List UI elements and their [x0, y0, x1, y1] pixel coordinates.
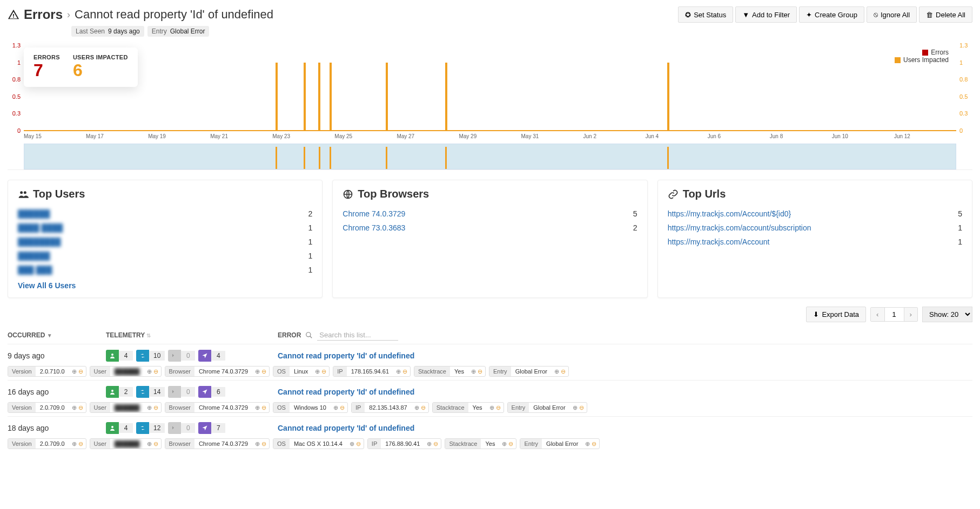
user-row[interactable]: ██████1	[18, 249, 312, 263]
main-chart[interactable]: 1.310.80.50.30 1.310.80.50.30 May 15May …	[8, 42, 972, 139]
tag-add-icon[interactable]: ⊕	[414, 404, 419, 411]
tag-add-icon[interactable]: ⊕	[315, 368, 320, 375]
tag-os[interactable]: OSMac OS X 10.14.4⊕⊖	[273, 438, 364, 449]
next-page-button[interactable]: ›	[904, 308, 917, 321]
tag-remove-icon[interactable]: ⊖	[78, 440, 83, 447]
tag-remove-icon[interactable]: ⊖	[153, 368, 158, 375]
tag-os[interactable]: OSLinux⊕⊖	[273, 366, 330, 377]
add-filter-button[interactable]: ▼Add to Filter	[735, 6, 797, 23]
tag-add-icon[interactable]: ⊕	[350, 440, 354, 447]
tag-entry[interactable]: EntryGlobal Error⊕⊖	[520, 438, 600, 449]
tag-add-icon[interactable]: ⊕	[147, 368, 152, 375]
tag-remove-icon[interactable]: ⊖	[78, 368, 83, 375]
tel-console[interactable]: 0	[168, 386, 195, 398]
browser-row[interactable]: Chrome 74.0.37295	[343, 207, 637, 221]
tag-entry[interactable]: EntryGlobal Error⊕⊖	[489, 366, 569, 377]
tag-remove-icon[interactable]: ⊖	[402, 368, 407, 375]
tag-add-icon[interactable]: ⊕	[255, 368, 260, 375]
tel-user[interactable]: 4	[106, 422, 133, 434]
view-all-users-link[interactable]: View All 6 Users	[18, 281, 76, 290]
tag-remove-icon[interactable]: ⊖	[579, 404, 584, 411]
tel-nav[interactable]: 4	[198, 350, 225, 362]
tel-console[interactable]: 0	[168, 350, 195, 362]
tag-remove-icon[interactable]: ⊖	[261, 368, 266, 375]
tel-network[interactable]: 10	[136, 350, 165, 362]
tel-network[interactable]: 12	[136, 422, 165, 434]
tag-remove-icon[interactable]: ⊖	[153, 440, 158, 447]
tag-remove-icon[interactable]: ⊖	[561, 368, 566, 375]
tag-ip[interactable]: IP176.88.90.41⊕⊖	[367, 438, 442, 449]
show-count-select[interactable]: Show: 20	[922, 307, 972, 322]
tag-remove-icon[interactable]: ⊖	[261, 440, 266, 447]
tag-add-icon[interactable]: ⊕	[72, 440, 77, 447]
tel-nav[interactable]: 6	[198, 386, 225, 398]
tag-remove-icon[interactable]: ⊖	[421, 404, 426, 411]
tag-stacktrace[interactable]: StacktraceYes⊕⊖	[445, 438, 516, 449]
tag-add-icon[interactable]: ⊕	[255, 404, 260, 411]
tel-console[interactable]: 0	[168, 422, 195, 434]
tag-add-icon[interactable]: ⊕	[147, 404, 152, 411]
chart-minimap[interactable]	[24, 144, 956, 169]
delete-all-button[interactable]: 🗑Delete All	[919, 6, 972, 23]
tag-add-icon[interactable]: ⊕	[585, 440, 590, 447]
tag-add-icon[interactable]: ⊕	[502, 440, 507, 447]
url-name[interactable]: https://my.trackjs.com/Account	[668, 237, 770, 246]
search-input[interactable]	[317, 330, 398, 341]
export-button[interactable]: ⬇Export Data	[806, 307, 866, 322]
tag-remove-icon[interactable]: ⊖	[261, 404, 266, 411]
tag-remove-icon[interactable]: ⊖	[433, 440, 438, 447]
tag-add-icon[interactable]: ⊕	[147, 440, 152, 447]
user-name[interactable]: ██████	[18, 209, 50, 218]
tag-version[interactable]: Version2.0.709.0⊕⊖	[8, 438, 86, 449]
col-occurred[interactable]: OCCURRED ▼	[8, 331, 84, 339]
tag-stacktrace[interactable]: StacktraceYes⊕⊖	[432, 402, 504, 413]
tel-user[interactable]: 2	[106, 386, 133, 398]
tel-nav[interactable]: 7	[198, 422, 225, 434]
browser-row[interactable]: Chrome 73.0.36832	[343, 221, 637, 235]
tag-remove-icon[interactable]: ⊖	[478, 368, 482, 375]
tag-remove-icon[interactable]: ⊖	[321, 368, 326, 375]
col-telemetry[interactable]: TELEMETRY ⇅	[106, 331, 256, 339]
tag-remove-icon[interactable]: ⊖	[356, 440, 361, 447]
tag-remove-icon[interactable]: ⊖	[340, 404, 345, 411]
tag-user[interactable]: User██████⊕⊖	[90, 366, 162, 377]
tag-add-icon[interactable]: ⊕	[72, 404, 77, 411]
url-row[interactable]: https://my.trackjs.com/Account/${id0}5	[668, 207, 962, 221]
tag-add-icon[interactable]: ⊕	[72, 368, 77, 375]
tag-user[interactable]: User██████⊕⊖	[90, 438, 162, 449]
tag-entry[interactable]: EntryGlobal Error	[147, 26, 210, 37]
tel-network[interactable]: 14	[136, 386, 165, 398]
tag-stacktrace[interactable]: StacktraceYes⊕⊖	[414, 366, 486, 377]
url-name[interactable]: https://my.trackjs.com/Account/${id0}	[668, 209, 791, 218]
url-row[interactable]: https://my.trackjs.com/Account1	[668, 235, 962, 249]
tag-remove-icon[interactable]: ⊖	[592, 440, 596, 447]
tag-user[interactable]: User██████⊕⊖	[90, 402, 162, 413]
tag-browser[interactable]: BrowserChrome 74.0.3729⊕⊖	[165, 366, 270, 377]
tag-add-icon[interactable]: ⊕	[333, 404, 338, 411]
error-link[interactable]: Cannot read property 'Id' of undefined	[278, 388, 414, 396]
tag-entry[interactable]: EntryGlobal Error⊕⊖	[507, 402, 587, 413]
tag-add-icon[interactable]: ⊕	[573, 404, 578, 411]
create-group-button[interactable]: ✦Create Group	[799, 6, 864, 23]
user-row[interactable]: ████████1	[18, 235, 312, 249]
tag-add-icon[interactable]: ⊕	[255, 440, 260, 447]
tag-version[interactable]: Version2.0.710.0⊕⊖	[8, 366, 86, 377]
user-row[interactable]: ███ ███1	[18, 263, 312, 277]
tag-remove-icon[interactable]: ⊖	[496, 404, 501, 411]
user-name[interactable]: ████████	[18, 237, 61, 246]
set-status-button[interactable]: ✪Set Status	[678, 6, 733, 23]
tag-ip[interactable]: IP82.135.143.87⊕⊖	[351, 402, 429, 413]
tel-user[interactable]: 4	[106, 350, 133, 362]
error-link[interactable]: Cannot read property 'Id' of undefined	[278, 351, 414, 360]
browser-name[interactable]: Chrome 73.0.3683	[343, 223, 405, 232]
prev-page-button[interactable]: ‹	[871, 308, 884, 321]
tag-add-icon[interactable]: ⊕	[489, 404, 494, 411]
user-row[interactable]: ████ ████1	[18, 221, 312, 235]
tag-remove-icon[interactable]: ⊖	[153, 404, 158, 411]
tag-browser[interactable]: BrowserChrome 74.0.3729⊕⊖	[165, 438, 270, 449]
tag-remove-icon[interactable]: ⊖	[508, 440, 513, 447]
tag-add-icon[interactable]: ⊕	[396, 368, 401, 375]
tag-version[interactable]: Version2.0.709.0⊕⊖	[8, 402, 86, 413]
tag-browser[interactable]: BrowserChrome 74.0.3729⊕⊖	[165, 402, 270, 413]
tag-add-icon[interactable]: ⊕	[427, 440, 432, 447]
